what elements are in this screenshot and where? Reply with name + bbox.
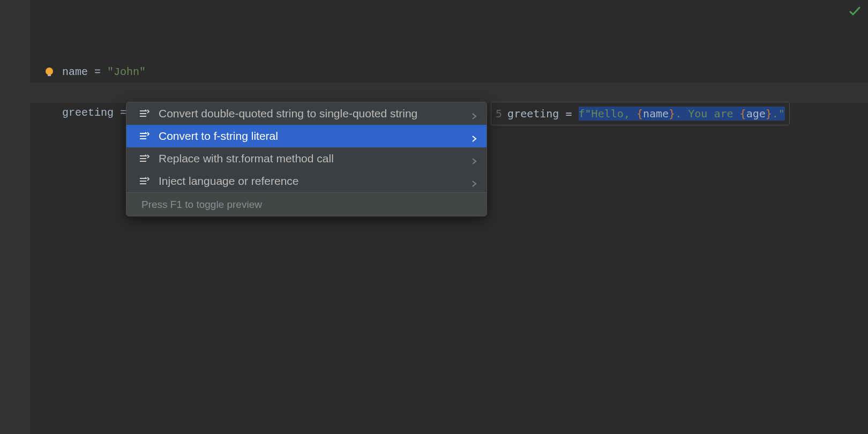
intention-item-strformat[interactable]: Replace with str.format method call bbox=[126, 147, 487, 170]
token-fstring-prefix: f bbox=[579, 107, 585, 120]
refactor-icon bbox=[138, 175, 150, 187]
refactor-icon bbox=[138, 108, 150, 119]
intention-footer-hint: Press F1 to toggle preview bbox=[126, 192, 487, 216]
token-string: Hello, bbox=[592, 107, 637, 120]
code-editor[interactable]: name = "John" ae = 23 greeting = "Hello,… bbox=[30, 0, 868, 434]
chevron-right-icon bbox=[470, 155, 478, 162]
token-string: " bbox=[779, 107, 785, 120]
intention-actions-popup: Convert double-quoted string to single-q… bbox=[126, 102, 487, 216]
refactor-icon bbox=[138, 153, 150, 164]
intention-item-fstring[interactable]: Convert to f-string literal bbox=[126, 125, 487, 147]
preview-line-number: 5 bbox=[496, 107, 502, 120]
lightbulb-icon[interactable] bbox=[44, 66, 55, 77]
svg-point-0 bbox=[46, 68, 53, 75]
intention-label: Inject language or reference bbox=[159, 175, 470, 188]
token-brace: } bbox=[766, 107, 772, 120]
token-operator: = bbox=[559, 107, 578, 120]
intention-label: Replace with str.format method call bbox=[159, 152, 470, 165]
refactor-preview-panel: 5 greeting = f"Hello, {name}. You are {a… bbox=[491, 102, 790, 125]
code-line-current[interactable]: greeting = "Hello, %s. You are %s." % (n… bbox=[30, 83, 868, 103]
token-string: . You are bbox=[675, 107, 739, 120]
refactor-icon bbox=[138, 130, 150, 142]
code-line[interactable]: name = "John" bbox=[30, 42, 868, 62]
token-brace: { bbox=[637, 107, 643, 120]
token-string: " bbox=[585, 107, 592, 120]
token-identifier: age bbox=[746, 107, 766, 120]
token-identifier: name bbox=[643, 107, 669, 120]
token-identifier: greeting bbox=[62, 107, 114, 119]
token-identifier: greeting bbox=[507, 107, 559, 120]
token-brace: { bbox=[740, 107, 746, 120]
svg-rect-1 bbox=[48, 74, 51, 76]
token-brace: } bbox=[669, 107, 675, 120]
chevron-right-icon bbox=[470, 177, 478, 185]
code-line[interactable] bbox=[30, 0, 868, 42]
token-string: . bbox=[772, 107, 779, 120]
chevron-right-icon bbox=[470, 110, 478, 117]
intention-label: Convert to f-string literal bbox=[159, 130, 470, 143]
code-line[interactable]: ae = 23 bbox=[30, 62, 868, 83]
check-ok-icon[interactable] bbox=[849, 5, 860, 17]
intention-item-inject-lang[interactable]: Inject language or reference bbox=[126, 170, 487, 192]
intention-label: Convert double-quoted string to single-q… bbox=[159, 107, 470, 120]
chevron-right-icon bbox=[470, 132, 478, 140]
editor-gutter bbox=[0, 0, 30, 434]
intention-item-double-to-single[interactable]: Convert double-quoted string to single-q… bbox=[126, 102, 487, 125]
